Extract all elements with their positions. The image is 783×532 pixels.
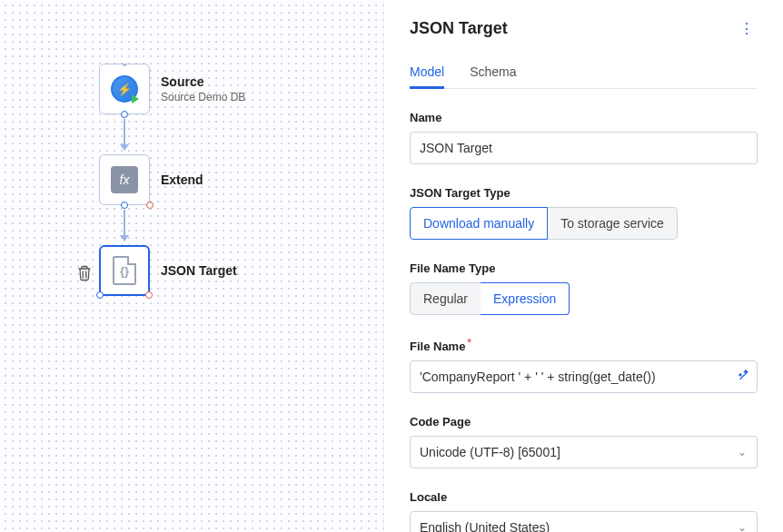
node-source[interactable]: ⌄ Source Source Demo DB [99, 64, 245, 114]
field-code-page: Code Page ⌄ [410, 415, 758, 468]
edge-source-extend [124, 119, 125, 150]
label-file-name: File Name* [410, 337, 758, 353]
label-name: Name [410, 111, 758, 124]
input-name[interactable] [410, 132, 758, 164]
required-indicator: * [467, 337, 471, 348]
port-bottom[interactable] [121, 202, 128, 209]
field-file-name-type: File Name Type Regular Expression [410, 261, 758, 315]
panel-menu-button[interactable]: ⋮ [736, 16, 758, 41]
node-json-target-box[interactable]: {} [99, 245, 150, 296]
node-json-target-labels: JSON Target [161, 263, 237, 278]
option-to-storage-service[interactable]: To storage service [547, 207, 678, 240]
node-extend-labels: Extend [161, 172, 203, 187]
node-extend[interactable]: fx Extend [99, 154, 203, 205]
node-extend-title: Extend [161, 172, 203, 187]
node-json-target-title: JSON Target [161, 263, 237, 278]
tab-model[interactable]: Model [410, 57, 444, 88]
label-locale: Locale [410, 490, 758, 504]
json-file-icon: {} [113, 256, 136, 285]
flow-canvas[interactable]: ⌄ Source Source Demo DB fx Extend {} JSO… [0, 0, 383, 532]
port-left[interactable] [96, 291, 104, 299]
option-regular[interactable]: Regular [410, 282, 481, 315]
trash-icon [77, 265, 92, 281]
port-error[interactable] [145, 291, 153, 299]
select-code-page[interactable] [410, 436, 758, 468]
port-error[interactable] [146, 202, 154, 209]
option-download-manually[interactable]: Download manually [410, 207, 548, 240]
panel-tabs: Model Schema [410, 57, 758, 89]
field-target-type: JSON Target Type Download manually To st… [410, 186, 758, 240]
source-icon [111, 75, 138, 103]
node-source-subtitle: Source Demo DB [161, 91, 245, 103]
fx-icon: fx [111, 166, 138, 193]
label-file-name-type: File Name Type [410, 261, 758, 275]
field-name: Name [410, 111, 758, 164]
panel-title: JSON Target [410, 19, 508, 38]
delete-node-button[interactable] [77, 265, 92, 284]
field-locale: Locale ⌄ [410, 490, 758, 532]
field-file-name: File Name* [410, 337, 758, 393]
label-target-type: JSON Target Type [410, 186, 758, 200]
node-extend-box[interactable]: fx [99, 154, 150, 205]
node-source-labels: Source Source Demo DB [161, 74, 245, 103]
port-bottom[interactable] [121, 111, 128, 118]
node-source-title: Source [161, 74, 245, 89]
node-json-target[interactable]: {} JSON Target [99, 245, 237, 296]
tab-schema[interactable]: Schema [470, 57, 516, 88]
input-file-name[interactable] [410, 360, 758, 393]
edge-extend-json [124, 210, 125, 241]
properties-panel: JSON Target ⋮ Model Schema Name JSON Tar… [383, 0, 783, 532]
option-expression[interactable]: Expression [481, 282, 570, 315]
expression-builder-button[interactable] [738, 369, 750, 385]
label-code-page: Code Page [410, 415, 758, 429]
node-source-box[interactable]: ⌄ [99, 64, 150, 114]
select-locale[interactable] [410, 511, 758, 532]
wand-icon [738, 369, 750, 382]
